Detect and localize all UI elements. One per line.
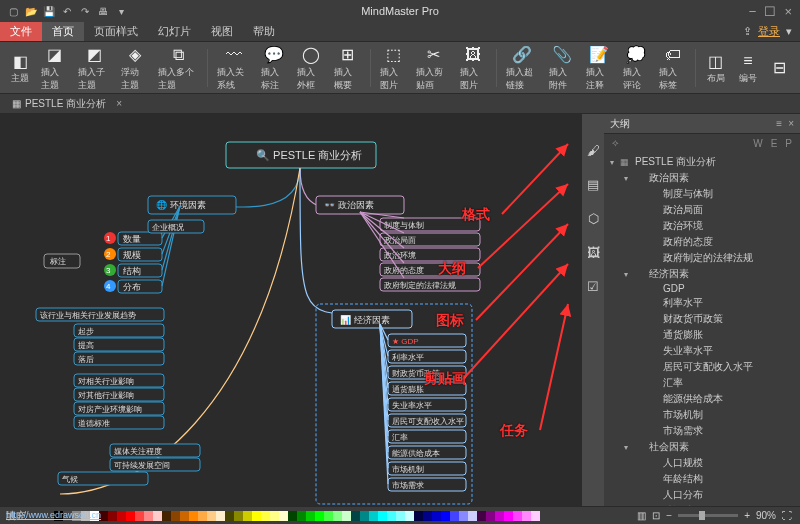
tree-row[interactable]: 利率水平 [604, 295, 800, 311]
menu-dropdown-icon[interactable]: ▾ [786, 25, 792, 38]
swatch[interactable] [153, 511, 162, 521]
menu-tab-1[interactable]: 页面样式 [84, 22, 148, 41]
tree-row[interactable]: GDP [604, 282, 800, 295]
tree-row[interactable]: 市场需求 [604, 423, 800, 439]
fullscreen-icon[interactable]: ⛶ [782, 510, 792, 521]
zoom-slider[interactable] [678, 514, 738, 517]
swatch[interactable] [513, 511, 522, 521]
swatch[interactable] [522, 511, 531, 521]
swatch[interactable] [180, 511, 189, 521]
minimize-icon[interactable]: − [749, 4, 757, 19]
swatch[interactable] [414, 511, 423, 521]
ribbon-插入主题[interactable]: ◪插入主题 [38, 43, 71, 93]
login-button[interactable]: 登录 [758, 24, 780, 39]
swatch[interactable] [423, 511, 432, 521]
siderail-brush-icon[interactable]: 🖌 [585, 142, 601, 158]
ribbon-主题[interactable]: ◧主题 [6, 49, 34, 86]
outline-close-icon[interactable]: × [788, 118, 794, 129]
ribbon-插入标签[interactable]: 🏷插入标签 [656, 43, 689, 93]
share-icon[interactable]: ⇪ [743, 25, 752, 38]
siderail-clip-icon[interactable]: 🖼 [585, 244, 601, 260]
tree-row[interactable]: 市场机制 [604, 407, 800, 423]
ribbon-插入剪贴画[interactable]: ✂插入剪贴画 [413, 43, 453, 93]
outline-tool-W[interactable]: W [753, 138, 762, 149]
ribbon-插入概要[interactable]: ⊞插入概要 [331, 43, 364, 93]
outline-tool-P[interactable]: P [785, 138, 792, 149]
ribbon-插入子主题[interactable]: ◩插入子主题 [75, 43, 115, 93]
ribbon-插入关系线[interactable]: 〰插入关系线 [214, 43, 254, 93]
swatch[interactable] [441, 511, 450, 521]
ribbon-插入图片[interactable]: ⬚插入图片 [377, 43, 410, 93]
ribbon-插入外框[interactable]: ◯插入外框 [294, 43, 327, 93]
tree-row[interactable]: 居民可支配收入水平 [604, 359, 800, 375]
file-menu-button[interactable]: 文件 [0, 22, 42, 41]
swatch[interactable] [243, 511, 252, 521]
ribbon-插入评论[interactable]: 💭插入评论 [620, 43, 653, 93]
ribbon-插入超链接[interactable]: 🔗插入超链接 [503, 43, 543, 93]
tree-row[interactable]: 政府的态度 [604, 234, 800, 250]
qat-save-icon[interactable]: 💾 [42, 4, 56, 18]
tree-row[interactable]: 年龄结构 [604, 471, 800, 487]
tree-row[interactable]: ▾政治因素 [604, 170, 800, 186]
canvas[interactable]: 🔍 PESTLE 商业分析🌐 环境因素1数量2规模3结构4分布标注该行业与相关行… [0, 114, 582, 506]
swatch[interactable] [108, 511, 117, 521]
swatch[interactable] [126, 511, 135, 521]
swatch[interactable] [342, 511, 351, 521]
swatch[interactable] [234, 511, 243, 521]
tree-row[interactable]: 能源供给成本 [604, 391, 800, 407]
qat-new-icon[interactable]: ▢ [6, 4, 20, 18]
swatch[interactable] [261, 511, 270, 521]
tree-row[interactable]: 政府制定的法律法规 [604, 250, 800, 266]
tree-row[interactable]: 种族结构 [604, 503, 800, 506]
zoom-out-icon[interactable]: − [666, 510, 672, 521]
swatch[interactable] [387, 511, 396, 521]
ribbon-编号[interactable]: ≡编号 [734, 49, 762, 86]
swatch[interactable] [468, 511, 477, 521]
swatch[interactable] [396, 511, 405, 521]
swatch[interactable] [207, 511, 216, 521]
qat-dropdown-icon[interactable]: ▾ [114, 4, 128, 18]
swatch[interactable] [531, 511, 540, 521]
tree-row[interactable]: 政治环境 [604, 218, 800, 234]
swatch[interactable] [450, 511, 459, 521]
swatch[interactable] [288, 511, 297, 521]
siderail-task-icon[interactable]: ☑ [585, 278, 601, 294]
tree-row[interactable]: 失业率水平 [604, 343, 800, 359]
ribbon-插入多个主题[interactable]: ⧉插入多个主题 [155, 43, 201, 93]
tree-row[interactable]: ▾经济因素 [604, 266, 800, 282]
outline-filter-icon[interactable]: ⟡ [612, 137, 619, 149]
view-page-icon[interactable]: ▥ [637, 510, 646, 521]
qat-print-icon[interactable]: 🖶 [96, 4, 110, 18]
swatch[interactable] [369, 511, 378, 521]
tree-row[interactable]: ▾社会因素 [604, 439, 800, 455]
tree-row[interactable]: ▾▦PESTLE 商业分析 [604, 154, 800, 170]
swatch[interactable] [315, 511, 324, 521]
tree-row[interactable]: 通货膨胀 [604, 327, 800, 343]
swatch[interactable] [405, 511, 414, 521]
ribbon-item[interactable]: ⊟ [766, 56, 794, 80]
swatch[interactable] [378, 511, 387, 521]
tree-row[interactable]: 政治局面 [604, 202, 800, 218]
swatch[interactable] [198, 511, 207, 521]
swatch[interactable] [171, 511, 180, 521]
outline-menu-icon[interactable]: ≡ [776, 118, 782, 129]
swatch[interactable] [477, 511, 486, 521]
swatch[interactable] [117, 511, 126, 521]
outline-tool-E[interactable]: E [771, 138, 778, 149]
swatch[interactable] [279, 511, 288, 521]
swatch[interactable] [216, 511, 225, 521]
swatch[interactable] [333, 511, 342, 521]
swatch[interactable] [432, 511, 441, 521]
swatch[interactable] [162, 511, 171, 521]
document-tab-close-icon[interactable]: × [116, 98, 122, 109]
swatch[interactable] [504, 511, 513, 521]
ribbon-插入附件[interactable]: 📎插入附件 [546, 43, 579, 93]
swatch[interactable] [135, 511, 144, 521]
zoom-in-icon[interactable]: + [744, 510, 750, 521]
siderail-badge-icon[interactable]: ⬡ [585, 210, 601, 226]
tree-row[interactable]: 人口规模 [604, 455, 800, 471]
swatch[interactable] [324, 511, 333, 521]
outline-tree[interactable]: ▾▦PESTLE 商业分析▾政治因素制度与体制政治局面政治环境政府的态度政府制定… [604, 152, 800, 506]
siderail-list-icon[interactable]: ▤ [585, 176, 601, 192]
view-fit-icon[interactable]: ⊡ [652, 510, 660, 521]
